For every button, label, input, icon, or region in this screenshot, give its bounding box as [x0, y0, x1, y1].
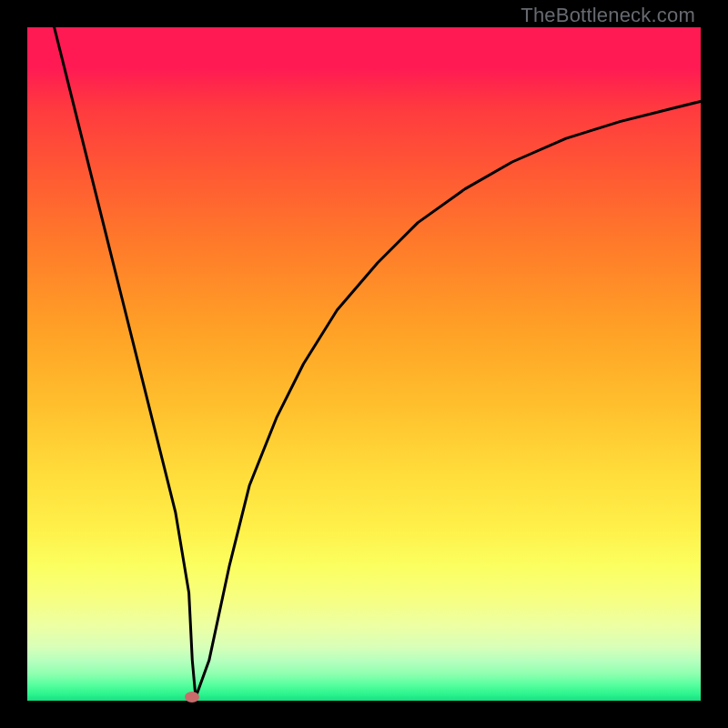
chart-curve-svg — [27, 27, 701, 701]
bottleneck-curve-path — [55, 27, 701, 697]
watermark-text: TheBottleneck.com — [521, 4, 695, 27]
chart-frame — [27, 27, 701, 701]
optimal-point-marker — [185, 692, 199, 703]
